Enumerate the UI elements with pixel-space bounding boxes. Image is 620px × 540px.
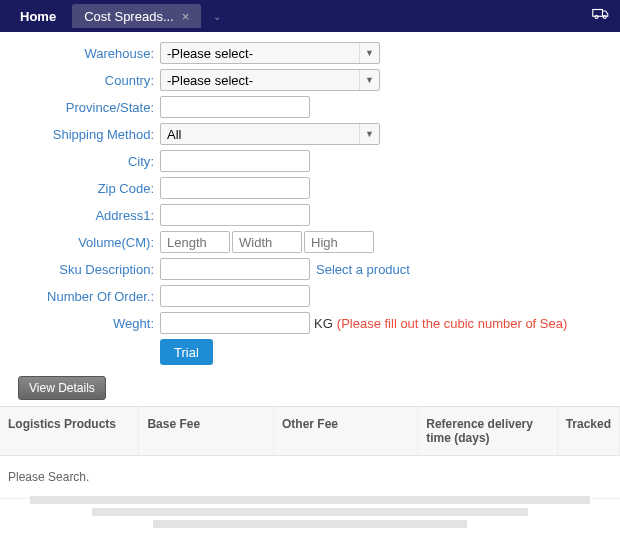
bottom-placeholder bbox=[0, 492, 620, 532]
col-tracked: Tracked bbox=[558, 407, 620, 455]
truck-icon[interactable] bbox=[592, 8, 610, 22]
weight-input[interactable] bbox=[160, 312, 310, 334]
label-address1: Address1 bbox=[10, 208, 160, 223]
label-sku: Sku Description bbox=[10, 262, 160, 277]
length-input[interactable] bbox=[160, 231, 230, 253]
close-icon[interactable]: × bbox=[182, 9, 190, 24]
view-details-button[interactable]: View Details bbox=[18, 376, 106, 400]
orders-input[interactable] bbox=[160, 285, 310, 307]
placeholder-bar bbox=[92, 508, 529, 516]
svg-rect-0 bbox=[593, 10, 603, 17]
table-header-row: Logistics Products Base Fee Other Fee Re… bbox=[0, 407, 620, 456]
warehouse-select[interactable]: -Please select- bbox=[160, 42, 380, 64]
kg-unit: KG bbox=[314, 316, 333, 331]
label-zip: Zip Code bbox=[10, 181, 160, 196]
results-table: Logistics Products Base Fee Other Fee Re… bbox=[0, 406, 620, 499]
label-shipping: Shipping Method bbox=[10, 127, 160, 142]
shipping-method-select[interactable]: All bbox=[160, 123, 380, 145]
svg-point-2 bbox=[603, 16, 606, 19]
label-country: Country bbox=[10, 73, 160, 88]
col-reference-time: Reference delivery time (days) bbox=[418, 407, 557, 455]
label-weight: Weght bbox=[10, 316, 160, 331]
tab-home[interactable]: Home bbox=[8, 4, 68, 28]
col-logistics: Logistics Products bbox=[0, 407, 139, 455]
col-other-fee: Other Fee bbox=[274, 407, 418, 455]
placeholder-bar bbox=[30, 496, 590, 504]
sku-input[interactable] bbox=[160, 258, 310, 280]
zip-input[interactable] bbox=[160, 177, 310, 199]
city-input[interactable] bbox=[160, 150, 310, 172]
chevron-down-icon[interactable]: ⌄ bbox=[213, 11, 221, 22]
country-select[interactable]: -Please select- bbox=[160, 69, 380, 91]
form-area: Warehouse -Please select- ▼ Country -Ple… bbox=[0, 32, 620, 406]
high-input[interactable] bbox=[304, 231, 374, 253]
weight-note: (Please fill out the cubic number of Sea… bbox=[337, 316, 568, 331]
label-orders: Number Of Order. bbox=[10, 289, 160, 304]
label-city: City bbox=[10, 154, 160, 169]
svg-point-1 bbox=[595, 16, 598, 19]
select-product-link[interactable]: Select a product bbox=[316, 262, 410, 277]
width-input[interactable] bbox=[232, 231, 302, 253]
province-input[interactable] bbox=[160, 96, 310, 118]
label-volume: Volume(CM) bbox=[10, 235, 160, 250]
label-province: Province/State bbox=[10, 100, 160, 115]
trial-button[interactable]: Trial bbox=[160, 339, 213, 365]
col-base-fee: Base Fee bbox=[139, 407, 274, 455]
address1-input[interactable] bbox=[160, 204, 310, 226]
tab-label: Cost Spreads... bbox=[84, 9, 174, 24]
tab-cost-spreads[interactable]: Cost Spreads... × bbox=[72, 4, 201, 28]
top-navigation: Home Cost Spreads... × ⌄ bbox=[0, 0, 620, 32]
label-warehouse: Warehouse bbox=[10, 46, 160, 61]
placeholder-bar bbox=[153, 520, 467, 528]
